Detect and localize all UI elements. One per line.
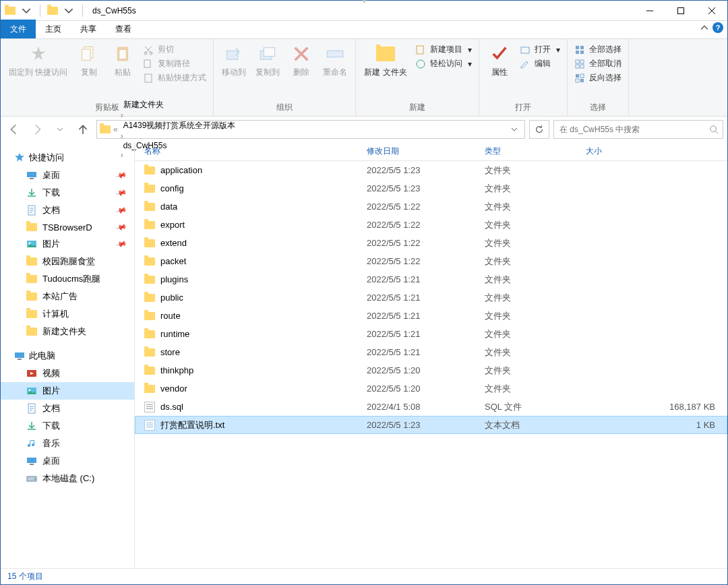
edit-button[interactable]: 编辑: [517, 57, 563, 70]
ribbon: 固定到 快捷访问 复制 粘贴 剪切 复制路径 粘贴快捷方式 剪贴板 移动到 复制…: [1, 38, 727, 117]
pastelink-button[interactable]: 粘贴快捷方式: [140, 71, 209, 84]
delete-button[interactable]: 删除: [285, 42, 317, 78]
folder-icon: [26, 222, 37, 233]
breadcrumb-item[interactable]: 新建文件夹: [121, 99, 239, 111]
sidebar-item[interactable]: 新建文件夹: [1, 323, 134, 340]
sidebar-item[interactable]: 下载📌: [1, 184, 134, 202]
folder-icon: [144, 312, 155, 320]
tab-share[interactable]: 共享: [71, 20, 106, 38]
folder-icon: [144, 330, 155, 338]
sidebar-item[interactable]: 文档📌: [1, 202, 134, 219]
svg-point-14: [417, 60, 425, 68]
help-icon[interactable]: ?: [712, 22, 723, 33]
close-button[interactable]: [696, 1, 727, 21]
copy-button[interactable]: 复制: [73, 42, 105, 78]
file-row[interactable]: extend2022/5/5 1:22文件夹: [135, 234, 727, 252]
breadcrumb-item[interactable]: A1439视频打赏系统全开源版本: [121, 120, 239, 131]
svg-rect-16: [576, 46, 579, 49]
folder-icon: [5, 7, 16, 15]
file-row[interactable]: public2022/5/5 1:21文件夹: [135, 288, 727, 307]
svg-rect-4: [120, 50, 126, 59]
open-button[interactable]: 打开▾: [517, 43, 563, 56]
sidebar-item[interactable]: 图片📌: [1, 235, 134, 253]
sidebar-item[interactable]: 音乐: [1, 435, 134, 452]
selectall-button[interactable]: 全部选择: [572, 43, 624, 56]
tab-file[interactable]: 文件: [1, 20, 36, 38]
sidebar-item[interactable]: 本地磁盘 (C:): [1, 470, 134, 487]
paste-button[interactable]: 粘贴: [107, 42, 139, 78]
col-name[interactable]: 名称: [139, 146, 361, 157]
recent-dropdown[interactable]: [51, 120, 69, 139]
pin-quickaccess-button[interactable]: 固定到 快捷访问: [5, 42, 71, 78]
file-row[interactable]: export2022/5/5 1:22文件夹: [135, 216, 727, 234]
copyto-button[interactable]: 复制到: [251, 42, 284, 78]
doc-icon: [26, 205, 37, 216]
svg-rect-11: [264, 48, 275, 57]
sidebar-item[interactable]: TSBrowserD📌: [1, 219, 134, 235]
svg-rect-8: [145, 74, 152, 82]
col-size[interactable]: 大小: [580, 146, 727, 157]
svg-rect-24: [576, 74, 579, 78]
col-date[interactable]: 修改日期: [361, 146, 479, 157]
file-row[interactable]: thinkphp2022/5/5 1:20文件夹: [135, 361, 727, 379]
properties-button[interactable]: 属性: [483, 42, 516, 78]
copypath-button[interactable]: 复制路径: [140, 57, 209, 70]
folder-icon: [144, 185, 155, 193]
collapse-ribbon-icon[interactable]: [700, 24, 708, 32]
easyaccess-button[interactable]: 轻松访问▾: [413, 57, 475, 70]
forward-button[interactable]: [28, 120, 47, 139]
rename-button[interactable]: 重命名: [319, 42, 351, 78]
file-row[interactable]: runtime2022/5/5 1:21文件夹: [135, 325, 727, 343]
sidebar-quickaccess-header[interactable]: 快捷访问: [1, 149, 134, 166]
sidebar-item[interactable]: 校园跑腿食堂: [1, 253, 134, 270]
file-row[interactable]: plugins2022/5/5 1:21文件夹: [135, 270, 727, 288]
sidebar-item[interactable]: 计算机: [1, 305, 134, 323]
tab-view[interactable]: 查看: [106, 20, 141, 38]
file-row[interactable]: packet2022/5/5 1:22文件夹: [135, 252, 727, 270]
sidebar-item[interactable]: 本站广告: [1, 288, 134, 305]
chevron-down-icon[interactable]: [511, 126, 518, 133]
pin-icon: 📌: [115, 169, 128, 181]
file-row[interactable]: store2022/5/5 1:21文件夹: [135, 343, 727, 361]
col-type[interactable]: 类型: [479, 146, 580, 157]
selectnone-button[interactable]: 全部取消: [572, 57, 624, 70]
sidebar-item[interactable]: 视频: [1, 365, 134, 382]
address-bar[interactable]: « 新建文件夹›A1439视频打赏系统全开源版本›ds_CwH55s›: [96, 120, 525, 139]
file-row[interactable]: 打赏配置说明.txt2022/5/5 1:23文本文档1 KB: [135, 416, 727, 434]
cut-button[interactable]: 剪切: [140, 43, 209, 56]
file-row[interactable]: config2022/5/5 1:23文件夹: [135, 179, 727, 197]
file-row[interactable]: vendor2022/5/5 1:20文件夹: [135, 379, 727, 398]
back-button[interactable]: [5, 120, 24, 139]
minimize-button[interactable]: [634, 1, 665, 21]
tab-home[interactable]: 主页: [36, 20, 71, 38]
folder-icon: [144, 348, 155, 357]
svg-rect-34: [15, 352, 24, 358]
search-box[interactable]: [553, 120, 723, 139]
up-button[interactable]: [73, 120, 92, 139]
file-row[interactable]: application2022/5/5 1:23文件夹: [135, 161, 727, 179]
svg-rect-13: [417, 46, 423, 54]
moveto-button[interactable]: 移动到: [218, 42, 250, 78]
sidebar-item[interactable]: 下载: [1, 417, 134, 435]
file-row[interactable]: route2022/5/5 1:21文件夹: [135, 307, 727, 325]
newfolder-button[interactable]: 新建 文件夹: [360, 42, 411, 78]
sidebar-item[interactable]: Tudoucms跑腿: [1, 270, 134, 288]
selectinvert-button[interactable]: 反向选择: [572, 71, 624, 84]
sidebar-item[interactable]: 桌面: [1, 452, 134, 470]
svg-rect-29: [27, 172, 36, 177]
sidebar-item[interactable]: 图片: [1, 382, 134, 400]
qat-dropdown-2[interactable]: [62, 4, 75, 18]
refresh-button[interactable]: [529, 120, 549, 139]
search-input[interactable]: [558, 124, 709, 135]
folder-icon: [144, 257, 155, 266]
file-row[interactable]: ds.sql2022/4/1 5:08SQL 文件168,187 KB: [135, 398, 727, 416]
maximize-button[interactable]: [665, 1, 696, 21]
newitem-button[interactable]: 新建项目▾: [413, 43, 475, 56]
sidebar-item[interactable]: 文档: [1, 400, 134, 417]
folder-icon: [144, 221, 155, 229]
svg-rect-0: [678, 7, 684, 13]
sidebar-item[interactable]: 桌面📌: [1, 166, 134, 184]
sidebar-thispc-header[interactable]: 此电脑: [1, 347, 134, 365]
file-row[interactable]: data2022/5/5 1:22文件夹: [135, 197, 727, 216]
qat-dropdown[interactable]: [20, 4, 33, 18]
